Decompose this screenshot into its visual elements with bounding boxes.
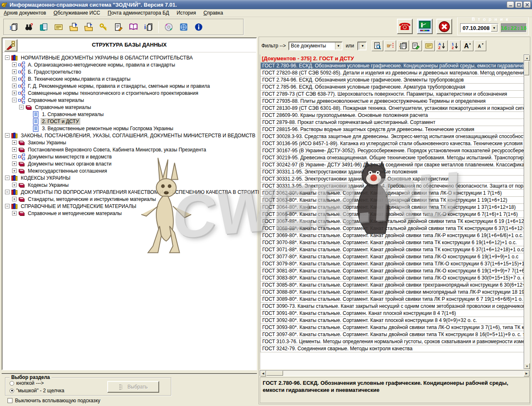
collapse-icon[interactable]: − [5,176,10,180]
tree-item-label[interactable]: Г, Д. Рекомендуемые нормы, правила и ста… [27,83,211,89]
tree-item[interactable]: −СПРАВОЧНЫЕ И МЕТОДИЧЕСКИЕ МАТЕРИАЛЫ [3,203,249,210]
document-row[interactable]: ГОСТ 3090-73. Канаты стальные. Канат зак… [260,302,524,310]
document-row[interactable]: ГОСТ 3091-80*. Канаты стальные. Сортамен… [260,309,524,317]
chevron-down-icon[interactable]: ▼ [335,42,342,50]
tree-item[interactable]: 3. Ведомственные ремонтные нормы Госпром… [3,125,249,132]
document-row[interactable]: ГОСТ 3093-80*. Канаты стальные. Сортамен… [260,324,524,331]
preview-button[interactable] [372,40,383,51]
tree-item[interactable]: −НОРМАТИВНЫЕ ДОКУМЕНТЫ УКРАИНЫ В ОБЛАСТИ… [3,54,249,61]
document-row[interactable]: ГОСТ 30242-97 (В Украине- ДСТУ 3491-96) … [260,161,524,168]
document-row[interactable]: ГОСТ 3079-80*. Канаты стальные. Сортамен… [260,260,524,267]
document-row[interactable]: ГОСТ 30028.3-93. Средства защитные для д… [260,133,524,140]
expand-icon[interactable]: + [12,147,17,152]
tree-item-label[interactable]: В. Технические нормы,правила и стандарты [27,76,131,82]
tree-item-label[interactable]: Законы Украины [27,140,67,146]
document-row[interactable]: ГОСТ 3081-80*. Канаты стальные. Сортамен… [260,267,524,275]
sort-alpha-button[interactable]: AZ [436,40,448,51]
tree-item[interactable]: +Постановления Верховного Совета, Кабине… [3,146,249,153]
horizontal-scrollbar[interactable]: ◀ ▶ [260,370,530,376]
notepad-button[interactable] [37,21,50,33]
document-row[interactable]: ГОСТ 3077-80*. Канаты стальные. Сортамен… [260,253,524,260]
secondary-filter-combobox[interactable]: ▼ [357,42,367,50]
expand-icon[interactable]: + [12,140,17,145]
document-row[interactable]: ГОСТ 3069-80*. Канаты стальные. Сортамен… [260,232,524,239]
tree-item[interactable]: 1. Справочные материалы [3,111,249,118]
vertical-scrollbar[interactable]: ▲ ▼ [524,54,530,369]
scroll-left-button[interactable]: ◀ [260,371,266,376]
tree-item[interactable]: +Г, Д. Рекомендуемые нормы, правила и ст… [3,82,249,89]
restore-button[interactable] [515,1,522,8]
tree-item-label[interactable]: Справочные материалы [34,104,92,110]
tree-item[interactable]: +Кодексы Украины [3,181,249,188]
training-button[interactable] [417,19,433,34]
info-documents-button[interactable]: i{ [142,21,155,33]
phone-button[interactable]: ☎ [397,19,413,34]
tree-item-label[interactable]: 1. Справочные материалы [41,111,104,117]
menu-item-1[interactable]: Архив документов [0,9,50,17]
tree-item[interactable]: +Межгосударственные соглашения [3,167,249,174]
tree-item[interactable]: +Справочные и методические материалы [3,210,249,217]
menu-item-4[interactable]: История [173,9,200,17]
search-binoculars-button[interactable]: ? [22,21,35,33]
tree-item[interactable]: −ЗАКОНЫ, ПОСТАНОВЛЕНИЯ, УКАЗЫ, СОГЛАШЕНИ… [3,132,249,139]
document-row[interactable]: ГОСТ 2.784-96. ЕСКД. Обозначения условны… [260,76,524,84]
font-decrease-button[interactable]: А [475,40,486,51]
tree-item-label[interactable]: А. Организационно-методические нормы, пр… [27,62,176,68]
radio-button-option[interactable]: кнопкой ---> [10,380,44,386]
radio-icon[interactable] [10,381,14,386]
expand-icon[interactable]: + [12,91,17,95]
remove-document-button[interactable] [82,21,95,33]
scroll-down-button[interactable]: ▼ [524,363,530,369]
tree-item-label[interactable]: Постановления Верховного Совета, Кабинет… [27,147,207,153]
document-row[interactable]: ГОСТ 30331.2-95. Электроустановки зданий… [260,175,524,183]
expand-icon[interactable]: + [12,197,17,201]
tree-item-label[interactable]: Документы министерств и ведомств [27,154,113,160]
document-row[interactable]: ГОСТ 28130-89 (СТ СЭВ 6301-88). Пожарная… [260,104,524,112]
menu-item-3[interactable]: Почта администратора БД [104,9,173,17]
horizontal-scroll-thumb[interactable] [266,371,283,376]
font-increase-button[interactable]: А [462,40,473,51]
card-list-button[interactable] [423,40,435,51]
document-row[interactable]: ГОСТ 28609-90. Краны грузоподъемные. Осн… [260,111,524,119]
document-row[interactable]: ГОСТ 2879-88. Прокат стальной горячеката… [260,119,524,126]
document-row[interactable]: ГОСТ 3092-80*. Канаты стальные. Сортамен… [260,317,524,324]
radio-icon[interactable] [10,389,14,393]
document-row[interactable]: ГОСТ 3083-80*. Канаты стальные. Сортамен… [260,274,524,282]
menu-item-5[interactable]: Справка [200,9,227,17]
scroll-right-button[interactable]: ▶ [524,371,530,376]
tree-item-label[interactable]: ЗАКОНЫ, ПОСТАНОВЛЕНИЯ, УКАЗЫ, СОГЛАШЕНИЯ… [20,133,256,139]
collapse-icon[interactable]: − [5,55,10,60]
document-row[interactable]: ГОСТ 3068-88*. Канаты стальные. Сортамен… [260,225,524,232]
checkbox-icon[interactable] [7,398,12,403]
document-row[interactable]: ГОСТ 3070-88*. Канаты стальные. Сортамен… [260,239,524,246]
document-row[interactable]: ГОСТ 27820-88 (СТ СЭВ 5092-85). Детали и… [260,69,524,77]
expand-icon[interactable]: + [12,161,17,166]
tree-item[interactable]: −Справочные материалы [3,104,249,111]
cd-button[interactable] [162,21,175,33]
tree-item[interactable]: 2. ГОСТ и ДСТУ [3,118,249,125]
menu-item-2[interactable]: Обслуживание ИСС [50,9,104,17]
tree-item[interactable]: +Документы министерств и ведомств [3,153,249,160]
tree-item-label[interactable]: ДОКУМЕНТЫ ПО ВОПРОСАМ УПРАВЛЕНИЯ КАЧЕСТВ… [20,189,281,195]
document-row[interactable]: ГОСТ 3242-79. Соединения сварные. Методы… [260,345,524,352]
exit-button[interactable] [436,19,452,34]
expand-icon[interactable]: + [12,211,17,215]
disable-tooltip-checkbox[interactable]: Выключить всплывающую подсказку [7,398,100,404]
radio-mouse-option[interactable]: "мышкой" - 2 щелчка [10,388,64,394]
collapse-icon[interactable]: − [12,98,17,102]
collapse-icon[interactable]: − [5,133,10,138]
tree-item[interactable]: +Стандарты, методические и инструктивные… [3,196,249,203]
hand-pointer-button[interactable]: ☛ [384,40,396,51]
vertical-scroll-thumb[interactable] [524,61,529,75]
info-button[interactable] [192,21,205,33]
tree-item[interactable]: +Законы Украины [3,139,249,146]
sort-numeric-button[interactable]: 12 [449,40,461,51]
collapse-icon[interactable]: − [5,190,10,194]
tree-item-label[interactable]: КОДЕКСЫ УКРАИНЫ [20,175,71,181]
document-row[interactable]: ГОСТ 30219-95. Древесина огнезащищенная.… [260,154,524,161]
expand-icon[interactable]: + [12,84,17,88]
expand-icon[interactable]: + [12,77,17,81]
tree-item[interactable]: −ДОКУМЕНТЫ ПО ВОПРОСАМ УПРАВЛЕНИЯ КАЧЕСТ… [3,188,249,196]
document-row[interactable]: ГОСТ 30167-95 (В Украине- ДСТУ-3052). Ре… [260,147,524,154]
expand-icon[interactable]: + [12,154,17,159]
